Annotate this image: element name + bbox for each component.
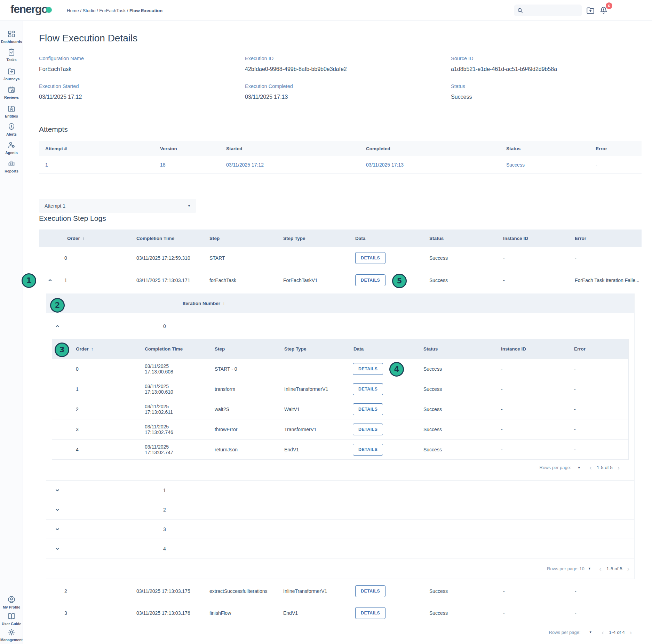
sidebar-item-alerts[interactable]: Alerts (0, 122, 23, 136)
sidebar-item-dashboards[interactable]: Dashboards (0, 30, 23, 44)
iteration-step-row: 0 03/11/2025 17:13:00.608 START - 0 DETA… (52, 359, 628, 379)
iteration-row-collapsed[interactable]: 3 (46, 519, 634, 539)
expand-iteration-button[interactable] (55, 526, 60, 532)
details-button[interactable]: DETAILS (355, 607, 385, 619)
sidebar-item-user-guide[interactable]: User Guide (0, 612, 23, 626)
attempt-select[interactable]: Attempt 1 ▼ (39, 199, 196, 213)
next-page-icon[interactable]: › (630, 629, 632, 636)
iteration-step-row: 4 03/11/2025 17:13:02.747 returnJson End… (52, 439, 628, 459)
sidebar-label: Dashboards (1, 40, 22, 44)
notification-badge: 6 (606, 2, 612, 9)
cell-started: 03/11/2025 17:12 (220, 162, 360, 168)
iteration-number-header[interactable]: Iteration Number↑ (46, 293, 634, 313)
details-button[interactable]: DETAILS (353, 403, 383, 415)
iteration-row-collapsed[interactable]: 1 (46, 480, 634, 500)
entities-icon (7, 104, 16, 113)
expand-iteration-button[interactable] (55, 507, 60, 513)
iteration-steps-table: Order↑ Completion Time Step Step Type Da… (52, 339, 629, 459)
details-button[interactable]: DETAILS (353, 444, 383, 456)
rows-per-page-caret-icon[interactable]: ▼ (588, 567, 591, 570)
column-header: Completed (360, 146, 500, 151)
step-row: 2 03/11/2025 17:13:03.175 extractSuccess… (39, 580, 642, 602)
details-button[interactable]: DETAILS (353, 424, 383, 435)
expand-iteration-button[interactable] (55, 488, 60, 493)
top-header: fenergo Home / Studio / ForEachTask / Fl… (0, 0, 652, 21)
search-icon (517, 7, 523, 14)
cell-step-type: InlineTransformerV1 (261, 386, 330, 392)
details-button[interactable]: DETAILS (353, 383, 383, 395)
brand-logo-dot-icon (46, 7, 52, 13)
cell-order: 0 (52, 366, 121, 372)
column-header: Step Type (261, 346, 330, 352)
cell-order: 3 (58, 610, 133, 616)
attempt-row[interactable]: 1 18 03/11/2025 17:12 03/11/2025 17:13 S… (39, 156, 642, 174)
iteration-row-collapsed[interactable]: 2 (46, 500, 634, 519)
cell-status: Success (400, 406, 477, 412)
column-header: Completion Time (121, 346, 191, 352)
search-box[interactable] (514, 5, 582, 16)
sidebar-label: Management (0, 638, 23, 642)
breadcrumb-current: Flow Execution (129, 8, 162, 13)
cell-error: - (550, 427, 628, 432)
step-row: 3 03/11/2025 17:13:03.176 finishFlow End… (39, 602, 642, 624)
cell-instance: - (477, 447, 550, 452)
cell-order: 3 (52, 427, 121, 432)
next-page-icon[interactable]: › (618, 464, 620, 471)
sidebar-item-reviews[interactable]: Reviews (0, 86, 23, 99)
cell-step-type: TransformerV1 (261, 427, 330, 432)
collapse-row-button[interactable] (47, 277, 58, 283)
cell-step-type: EndV1 (261, 447, 330, 452)
details-button[interactable]: DETAILS (355, 252, 385, 264)
sidebar-item-reports[interactable]: Reports (0, 159, 23, 173)
sidebar-item-tasks[interactable]: Tasks (0, 48, 23, 62)
cell-step-type: EndV1 (280, 610, 352, 616)
sidebar-item-agents[interactable]: Agents (0, 141, 23, 155)
cell-step: transform (191, 386, 261, 392)
cell-error: - (550, 366, 628, 372)
folder-plus-icon (586, 6, 595, 15)
next-page-icon[interactable]: › (627, 565, 629, 572)
step-row-expanded: 1 03/11/2025 17:13:03.171 forEachTask Fo… (39, 269, 642, 291)
column-header: Step (191, 346, 261, 352)
expand-iteration-button[interactable] (55, 546, 60, 552)
profile-icon (7, 595, 16, 604)
cell-completion: 03/11/2025 17:13:00.608 (121, 363, 191, 375)
field-configuration-name: Configuration NameForEachTask (39, 56, 245, 72)
cell-completion: 03/11/2025 17:13:02.611 (121, 404, 191, 415)
details-button[interactable]: DETAILS (355, 585, 385, 597)
cell-order: 1 (58, 277, 133, 283)
cell-attempt[interactable]: 1 (39, 162, 154, 168)
cell-version[interactable]: 18 (154, 162, 220, 168)
details-button[interactable]: DETAILS (355, 274, 385, 286)
sidebar-item-my-profile[interactable]: My Profile (0, 595, 23, 609)
search-input[interactable] (525, 8, 579, 13)
prev-page-icon[interactable]: ‹ (599, 565, 602, 572)
attempt-select-value: Attempt 1 (45, 203, 65, 209)
brand-logo[interactable]: fenergo (10, 3, 52, 16)
cell-completion: 03/11/2025 17:13:03.175 (133, 588, 206, 594)
cell-instance: - (477, 427, 550, 432)
prev-page-icon[interactable]: ‹ (590, 464, 592, 471)
prev-page-icon[interactable]: ‹ (602, 629, 604, 636)
rows-per-page-caret-icon[interactable]: ▼ (578, 466, 581, 469)
breadcrumb-path[interactable]: Home / Studio / ForEachTask / (67, 8, 129, 13)
sort-asc-icon: ↑ (82, 236, 85, 241)
rows-per-page-caret-icon[interactable]: ▼ (589, 630, 592, 634)
sidebar-item-journeys[interactable]: Journeys (0, 67, 23, 81)
field-execution-id: Execution ID42bfdae0-9968-499b-8afb-bb9b… (245, 56, 451, 72)
add-folder-button[interactable] (586, 6, 595, 15)
pagination: Rows per page:10 ▼ ‹ 1-5 of 5 › (46, 558, 634, 579)
agents-icon (7, 141, 16, 149)
pagination: Rows per page: ▼ ‹ 1-4 of 4 › (39, 624, 642, 640)
collapse-iteration-button[interactable] (55, 323, 60, 329)
sidebar-item-management[interactable]: Management (0, 628, 23, 642)
alerts-icon (7, 122, 16, 131)
iteration-step-row: 1 03/11/2025 17:13:00.610 transform Inli… (52, 379, 628, 399)
cell-instance: - (477, 386, 550, 392)
attempts-table: Attempt # Version Started Completed Stat… (39, 141, 642, 174)
iteration-row-expanded: 0 (46, 313, 634, 339)
column-header-order[interactable]: Order↑ (58, 236, 133, 241)
details-button[interactable]: DETAILS (353, 363, 383, 375)
iteration-row-collapsed[interactable]: 4 (46, 539, 634, 558)
sidebar-item-entities[interactable]: Entities (0, 104, 23, 118)
